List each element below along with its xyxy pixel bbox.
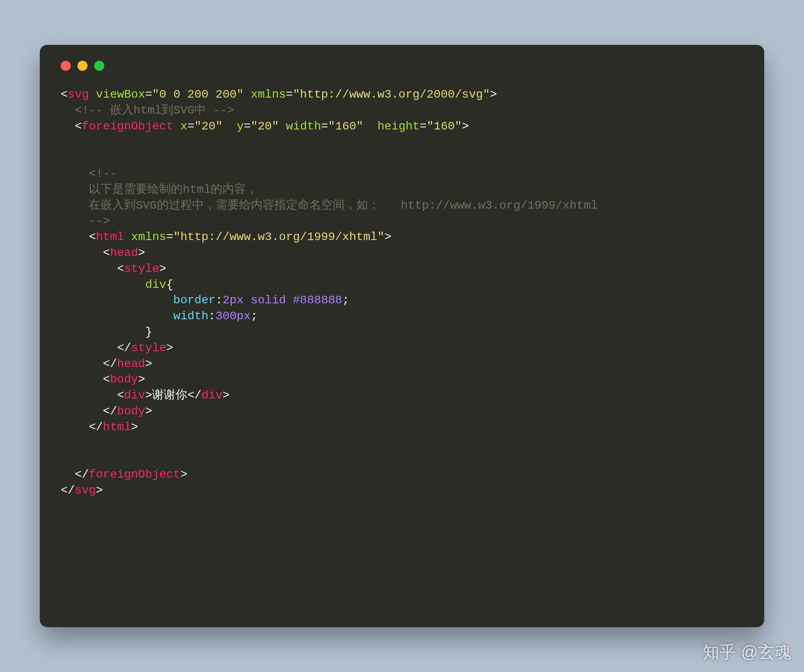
code-line: } <box>61 326 152 339</box>
code-line: width:300px; <box>61 310 258 323</box>
watermark: 知乎 @玄魂 <box>703 641 791 664</box>
maximize-icon[interactable] <box>94 61 104 71</box>
code-line: </body> <box>61 405 152 418</box>
code-line: <style> <box>61 262 166 275</box>
code-line: <svg viewBox="0 0 200 200" xmlns="http:/… <box>61 88 497 101</box>
code-line: div{ <box>61 278 173 291</box>
code-line: </svg> <box>61 484 103 497</box>
code-line: <!-- 嵌入html到SVG中 --> <box>61 104 234 117</box>
code-line: <!-- <box>61 167 117 180</box>
code-line: </head> <box>61 357 152 370</box>
traffic-lights <box>61 61 743 71</box>
code-window: <svg viewBox="0 0 200 200" xmlns="http:/… <box>40 45 764 627</box>
close-icon[interactable] <box>61 61 71 71</box>
code-line: --> <box>61 215 110 227</box>
code-line: <body> <box>61 373 145 386</box>
code-line: border:2px solid #888888; <box>61 294 349 307</box>
code-line: <head> <box>61 246 145 259</box>
code-block: <svg viewBox="0 0 200 200" xmlns="http:/… <box>61 87 743 499</box>
code-line: </foreignObject> <box>61 468 187 481</box>
code-line: <html xmlns="http://www.w3.org/1999/xhtm… <box>61 230 392 243</box>
code-line: <div>谢谢你</div> <box>61 389 229 402</box>
code-line: 以下是需要绘制的html的内容， <box>61 183 258 196</box>
code-line: 在嵌入到SVG的过程中，需要给内容指定命名空间，如： http://www.w3… <box>61 199 598 212</box>
code-line: </html> <box>61 421 138 434</box>
code-line: </style> <box>61 341 173 354</box>
minimize-icon[interactable] <box>77 61 88 71</box>
code-line: <foreignObject x="20" y="20" width="160"… <box>61 120 469 133</box>
